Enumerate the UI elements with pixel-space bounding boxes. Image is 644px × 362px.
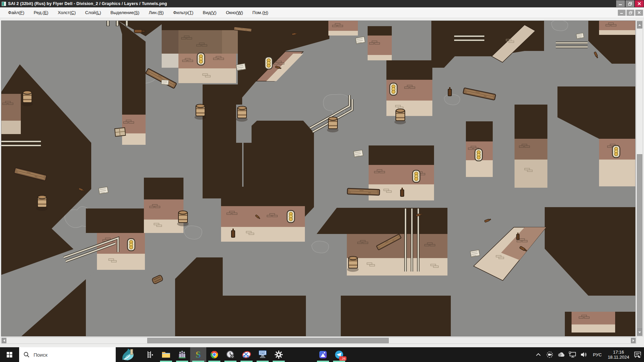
widgets-button[interactable] bbox=[116, 347, 142, 362]
menu-edit[interactable]: Ред.(E) bbox=[29, 7, 53, 18]
menu-window[interactable]: Окно(W) bbox=[221, 7, 248, 18]
task-view-button[interactable] bbox=[142, 347, 158, 362]
action-center-icon bbox=[634, 351, 641, 358]
child-restore-button[interactable] bbox=[627, 10, 634, 16]
search-input[interactable]: Поиск bbox=[19, 347, 116, 362]
tray-language-indicator[interactable]: РУС bbox=[591, 352, 604, 357]
taskbar-app-osk[interactable] bbox=[255, 347, 271, 362]
taskbar-app-sai2-active[interactable]: S bbox=[190, 347, 206, 362]
running-indicator bbox=[317, 361, 329, 362]
canvas-tunnels-map[interactable] bbox=[1, 20, 636, 337]
scroll-left-button[interactable] bbox=[2, 338, 6, 343]
taskbar-app-chrome[interactable] bbox=[206, 347, 222, 362]
castle-game-icon bbox=[178, 351, 186, 359]
start-button[interactable] bbox=[0, 347, 19, 362]
taskbar: Поиск bbox=[0, 347, 644, 362]
menu-ruler[interactable]: Лин.(R) bbox=[144, 7, 169, 18]
taskbar-app-settings[interactable] bbox=[271, 347, 287, 362]
menu-canvas[interactable]: Холст(C) bbox=[53, 7, 80, 18]
telegram-unread-badge: ..26 bbox=[339, 356, 346, 361]
tray-clock[interactable]: 17:16 18.11.2024 bbox=[606, 350, 631, 360]
running-indicator bbox=[240, 361, 253, 362]
taskbar-app-alarms[interactable] bbox=[222, 347, 238, 362]
window-title: SAI 2 (32bit) (Rus) by Flyer Dell - Divi… bbox=[8, 1, 167, 6]
sai2-icon: S bbox=[194, 350, 203, 360]
menu-file[interactable]: Файл(F) bbox=[3, 7, 29, 18]
tray-time: 17:16 bbox=[608, 350, 629, 355]
scissors-snip-icon bbox=[242, 350, 251, 359]
restore-button[interactable] bbox=[626, 0, 634, 7]
chrome-icon bbox=[210, 351, 218, 359]
speaker-icon bbox=[581, 352, 587, 358]
running-indicator bbox=[176, 361, 188, 362]
taskbar-spacer bbox=[287, 347, 315, 362]
taskbar-app-photos[interactable] bbox=[315, 347, 331, 362]
network-icon bbox=[569, 352, 576, 358]
workspace bbox=[0, 18, 644, 347]
child-minimize-button[interactable] bbox=[618, 10, 626, 16]
tray-network[interactable] bbox=[568, 350, 577, 359]
settings-gear-icon bbox=[275, 351, 283, 359]
tray-meet-now[interactable] bbox=[545, 350, 554, 359]
menu-layer[interactable]: Слой(L) bbox=[80, 7, 106, 18]
onedrive-cloud-icon bbox=[557, 352, 565, 357]
running-indicator bbox=[224, 361, 236, 362]
photos-icon bbox=[319, 351, 327, 359]
search-icon bbox=[23, 352, 30, 358]
tray-onedrive[interactable] bbox=[557, 350, 566, 359]
running-indicator bbox=[273, 361, 285, 362]
chevron-up-icon bbox=[536, 353, 541, 356]
action-center-button[interactable] bbox=[633, 350, 642, 359]
taskbar-app-snipping[interactable] bbox=[238, 347, 255, 362]
wave-widget-icon bbox=[121, 348, 137, 361]
tray-expand-button[interactable] bbox=[534, 350, 543, 359]
vertical-scrollbar[interactable] bbox=[636, 20, 643, 337]
system-tray: РУС 17:16 18.11.2024 bbox=[534, 347, 644, 362]
tray-date: 18.11.2024 bbox=[608, 355, 629, 360]
horizontal-scrollbar[interactable] bbox=[1, 337, 636, 344]
close-button[interactable] bbox=[635, 0, 644, 7]
running-indicator bbox=[192, 361, 204, 362]
tray-volume[interactable] bbox=[580, 350, 588, 359]
svg-text:S: S bbox=[196, 350, 201, 360]
menu-filter[interactable]: Фильтр(T) bbox=[168, 7, 198, 18]
file-explorer-icon bbox=[162, 351, 170, 358]
scroll-right-button[interactable] bbox=[631, 338, 636, 343]
taskbar-app-file-explorer[interactable] bbox=[158, 347, 174, 362]
video-camera-icon bbox=[546, 351, 553, 358]
taskbar-app-telegram[interactable]: ..26 bbox=[331, 347, 347, 362]
minimize-button[interactable] bbox=[616, 0, 625, 7]
alarm-clock-icon bbox=[226, 350, 235, 359]
running-indicator bbox=[160, 361, 172, 362]
vertical-scroll-thumb[interactable] bbox=[637, 154, 642, 331]
menu-view[interactable]: Вид(V) bbox=[198, 7, 221, 18]
windows-logo-icon bbox=[7, 352, 12, 358]
tunnels-map-image bbox=[1, 21, 635, 336]
running-indicator bbox=[333, 361, 345, 362]
running-indicator bbox=[257, 361, 269, 362]
title-bar: SAI 2 (32bit) (Rus) by Flyer Dell - Divi… bbox=[0, 0, 644, 7]
sai-app-icon bbox=[2, 2, 6, 6]
scroll-down-button[interactable] bbox=[637, 328, 642, 336]
taskbar-app-game[interactable] bbox=[174, 347, 190, 362]
menu-bar: Файл(F) Ред.(E) Холст(C) Слой(L) Выделен… bbox=[0, 7, 644, 18]
search-placeholder: Поиск bbox=[34, 352, 48, 358]
horizontal-scroll-thumb[interactable] bbox=[147, 338, 389, 343]
menu-help[interactable]: Пом.(H) bbox=[248, 7, 273, 18]
running-indicator bbox=[208, 361, 220, 362]
task-view-icon bbox=[146, 351, 154, 358]
menu-selection[interactable]: Выделение(S) bbox=[106, 7, 144, 18]
on-screen-keyboard-icon bbox=[258, 350, 267, 359]
child-close-button[interactable] bbox=[635, 10, 643, 16]
scroll-up-button[interactable] bbox=[637, 21, 642, 28]
